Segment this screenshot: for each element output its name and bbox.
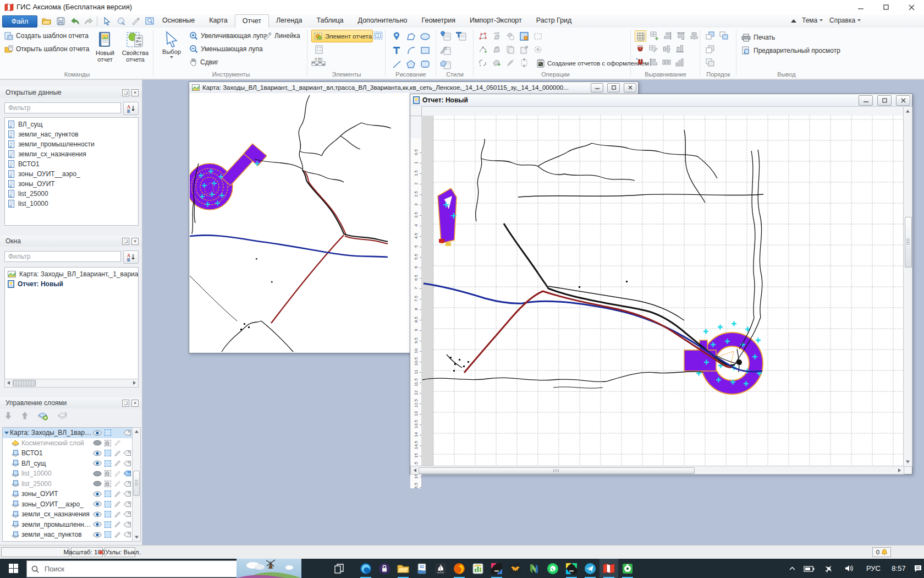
- eye-visible-icon[interactable]: [92, 521, 103, 527]
- select-similar-icon[interactable]: [532, 44, 543, 54]
- scroll-up-arrow[interactable]: [905, 109, 910, 113]
- scroll-down-arrow[interactable]: [134, 535, 139, 539]
- scroll-thumb[interactable]: [133, 471, 140, 496]
- label-tag-icon[interactable]: [122, 470, 133, 477]
- move-layer-up-icon[interactable]: [21, 411, 29, 420]
- edit-layer-icon[interactable]: [113, 470, 122, 477]
- select-elements-icon[interactable]: [519, 31, 529, 41]
- search-input[interactable]: [43, 564, 237, 574]
- weather-widget[interactable]: [237, 559, 301, 578]
- layer-row[interactable]: ВЛ_сущ: [3, 459, 133, 469]
- text-tool[interactable]: [389, 43, 404, 57]
- align-bottom-icon[interactable]: [674, 43, 685, 54]
- layer-select-checkbox[interactable]: [105, 531, 111, 538]
- layer-select-checkbox[interactable]: [105, 450, 111, 456]
- text-style-button[interactable]: [455, 31, 466, 41]
- close-panel-icon[interactable]: ✕: [131, 400, 139, 407]
- move-layer-down-icon[interactable]: [4, 411, 12, 420]
- open-data-item[interactable]: земли_нас_пунктов: [5, 129, 138, 139]
- eye-visible-icon[interactable]: [92, 532, 103, 538]
- styled-reports-button[interactable]: Создание отчетов с оформлением: [537, 58, 649, 69]
- open-data-item[interactable]: земли_промышленности: [5, 139, 138, 149]
- scroll-up-arrow[interactable]: [134, 429, 139, 434]
- snap-grid-icon[interactable]: [635, 30, 646, 42]
- open-data-filter-input[interactable]: [4, 102, 121, 113]
- polyline-tool[interactable]: [404, 30, 418, 43]
- redo-icon[interactable]: [82, 15, 96, 26]
- tab-Основные[interactable]: Основные: [155, 14, 202, 27]
- eye-visible-icon[interactable]: [92, 511, 103, 517]
- eye-visible-icon[interactable]: [92, 450, 103, 456]
- scroll-down-arrow[interactable]: [905, 460, 910, 464]
- edit-layer-icon[interactable]: [113, 439, 122, 446]
- select-tool-button[interactable]: Выбор: [158, 29, 185, 76]
- float-panel-icon[interactable]: ❏: [122, 238, 129, 245]
- arc-tool[interactable]: [404, 43, 418, 57]
- file-menu-button[interactable]: Файл: [2, 15, 37, 28]
- report-window-frame-button[interactable]: [372, 30, 384, 41]
- edit-disabled-icon[interactable]: [505, 57, 515, 68]
- float-panel-icon[interactable]: ❏: [122, 400, 129, 407]
- notification-center-icon[interactable]: [912, 559, 924, 578]
- window-close-button[interactable]: [899, 0, 924, 14]
- print-preview-button[interactable]: Предварительный просмотр: [741, 45, 840, 56]
- report-vscrollbar[interactable]: [903, 106, 912, 467]
- window-list-item[interactable]: Карта: Заходы_ВЛ_1вариант,_1_вариант: [5, 269, 138, 279]
- label-tag-icon[interactable]: [122, 450, 133, 456]
- layer-row[interactable]: земли_сх_назначения: [3, 509, 133, 520]
- eye-visible-icon[interactable]: [92, 460, 103, 466]
- label-tag-icon[interactable]: [122, 490, 133, 497]
- ellipse-tool[interactable]: [418, 30, 432, 43]
- scroll-right-arrow[interactable]: [132, 380, 137, 385]
- report-minimize-button[interactable]: [859, 95, 873, 106]
- add-shape-icon[interactable]: [491, 57, 502, 68]
- edit-layer-icon[interactable]: [113, 500, 122, 508]
- layer-row[interactable]: земли_нас_пунктов: [3, 530, 133, 540]
- resize-frame-icon[interactable]: [519, 57, 529, 68]
- label-tag-icon[interactable]: [122, 511, 133, 517]
- line-tool[interactable]: [389, 57, 404, 71]
- report-hscrollbar[interactable]: [410, 466, 904, 475]
- label-tag-icon[interactable]: [122, 501, 133, 508]
- distribute-size-icon[interactable]: [674, 57, 685, 67]
- snap-nodes-magnet-icon[interactable]: [635, 57, 645, 67]
- undo-icon[interactable]: [68, 15, 81, 26]
- zoom-in-tool[interactable]: Увеличивающая лупа: [189, 30, 267, 41]
- label-tag-icon[interactable]: [122, 481, 133, 487]
- scroll-left-arrow[interactable]: [413, 468, 417, 473]
- taskbar-app-chart[interactable]: [469, 559, 487, 578]
- align-center-v-icon[interactable]: [689, 30, 699, 41]
- taskbar-app-sails[interactable]: [431, 559, 450, 578]
- windows-list-hscrollbar[interactable]: [4, 379, 139, 388]
- taskbar-app-neovim[interactable]: [525, 559, 543, 578]
- open-data-sort-button[interactable]: AB: [123, 102, 139, 115]
- expander-icon[interactable]: [4, 430, 10, 435]
- layer-row[interactable]: Карта: Заходы_ВЛ_1вариа...: [3, 428, 133, 438]
- taskbar-app-explorer[interactable]: [394, 559, 413, 578]
- tab-Легенда[interactable]: Легенда: [269, 14, 310, 27]
- layer-lock-checkbox[interactable]: [105, 481, 111, 487]
- layer-settings-icon[interactable]: [57, 411, 68, 421]
- align-top-icon[interactable]: [675, 30, 686, 41]
- layer-select-checkbox[interactable]: [105, 429, 111, 436]
- label-tag-icon[interactable]: [122, 531, 133, 538]
- map-minimize-button[interactable]: [591, 83, 603, 92]
- send-backward-icon[interactable]: [705, 57, 716, 67]
- taskbar-app-telegram[interactable]: [581, 559, 600, 578]
- open-data-item[interactable]: list_25000: [5, 189, 138, 199]
- zoom-out-tool[interactable]: Уменьшающая лупа: [189, 43, 263, 54]
- windows-sort-button[interactable]: AB: [123, 250, 139, 264]
- tab-Отчет[interactable]: Отчет: [235, 14, 269, 28]
- duplicate-card-icon[interactable]: [505, 44, 515, 54]
- window-maximize-button[interactable]: [873, 0, 899, 14]
- map-maximize-button[interactable]: [607, 83, 620, 92]
- rectangle-tool[interactable]: [418, 43, 432, 57]
- eye-visible-icon[interactable]: [92, 491, 103, 497]
- float-panel-icon[interactable]: ❏: [122, 89, 129, 96]
- tray-airplane-icon[interactable]: [821, 559, 837, 578]
- tab-Геометрия[interactable]: Геометрия: [415, 14, 463, 27]
- eye-hidden-icon[interactable]: [92, 440, 103, 446]
- scroll-thumb[interactable]: [13, 380, 36, 386]
- nodes-indicator[interactable]: Узлы: Выкл.: [105, 547, 135, 557]
- open-data-item[interactable]: ВЛ_сущ: [5, 119, 138, 129]
